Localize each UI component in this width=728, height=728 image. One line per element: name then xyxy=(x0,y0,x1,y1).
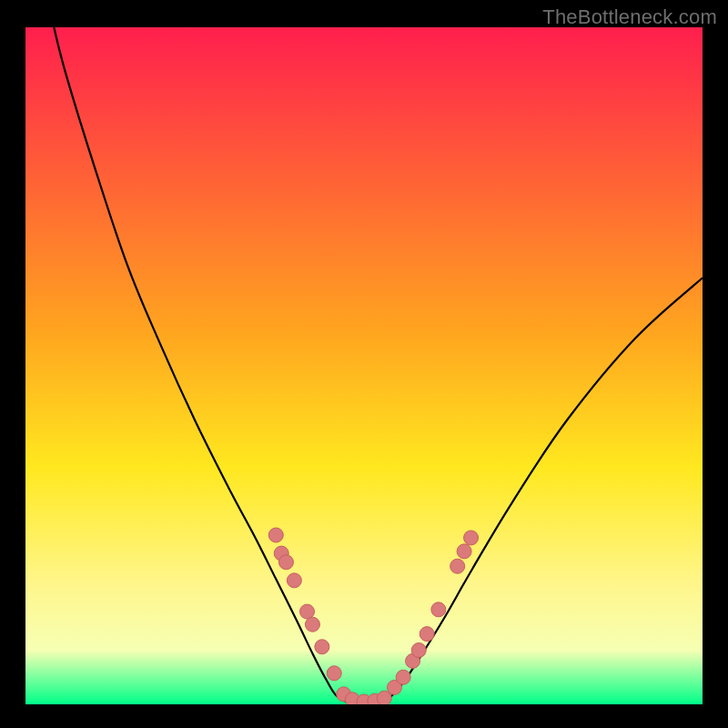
data-marker xyxy=(327,666,341,681)
chart-stage: TheBottleneck.com xyxy=(0,0,728,728)
data-marker xyxy=(305,617,319,632)
data-marker xyxy=(300,604,315,619)
data-marker xyxy=(278,555,293,570)
data-marker xyxy=(431,602,446,617)
data-marker xyxy=(287,573,301,588)
data-marker xyxy=(420,627,434,642)
data-marker xyxy=(464,531,479,545)
data-marker xyxy=(457,544,471,559)
bottleneck-chart xyxy=(25,27,703,704)
gradient-background xyxy=(25,27,703,704)
plot-frame xyxy=(25,27,703,704)
data-marker xyxy=(315,640,329,654)
data-marker xyxy=(411,642,426,657)
data-marker xyxy=(450,559,465,573)
data-marker xyxy=(396,670,410,684)
data-marker xyxy=(268,528,283,542)
watermark-text: TheBottleneck.com xyxy=(542,5,717,29)
